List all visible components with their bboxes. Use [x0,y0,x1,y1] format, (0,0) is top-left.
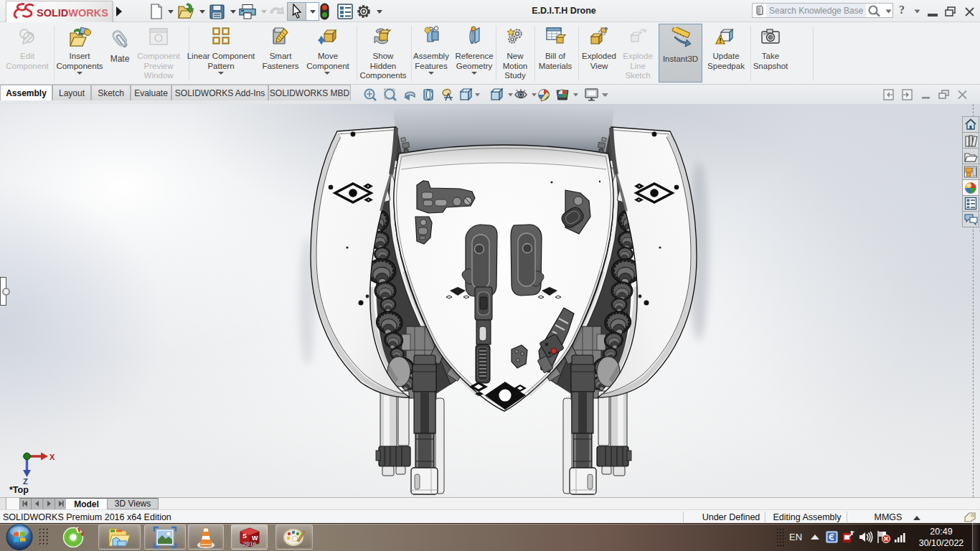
svg-text:SOLIDWORKS: SOLIDWORKS [37,7,108,19]
svg-text:X: X [50,453,55,461]
svg-text:2016: 2016 [243,540,257,547]
svg-text:ie: ie [643,28,647,33]
svg-text:S: S [242,532,247,540]
